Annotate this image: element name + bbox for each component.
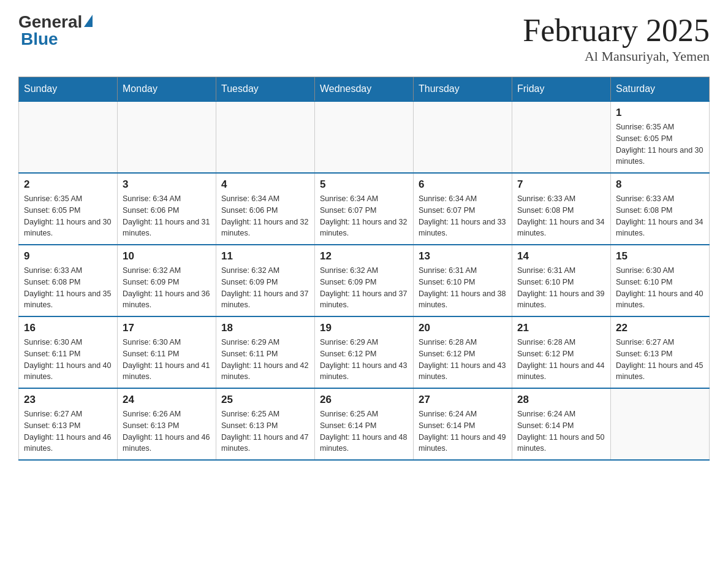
calendar-cell: 18Sunrise: 6:29 AMSunset: 6:11 PMDayligh… [216,316,315,388]
day-info: Sunrise: 6:30 AMSunset: 6:11 PMDaylight:… [123,337,211,383]
calendar-cell: 20Sunrise: 6:28 AMSunset: 6:12 PMDayligh… [414,316,512,388]
day-number: 16 [24,322,112,334]
calendar-cell [414,101,512,173]
calendar-cell: 12Sunrise: 6:32 AMSunset: 6:09 PMDayligh… [315,245,414,316]
day-info: Sunrise: 6:30 AMSunset: 6:11 PMDaylight:… [24,337,112,383]
day-info: Sunrise: 6:29 AMSunset: 6:11 PMDaylight:… [221,337,309,383]
day-info: Sunrise: 6:31 AMSunset: 6:10 PMDaylight:… [517,265,605,311]
day-info: Sunrise: 6:33 AMSunset: 6:08 PMDaylight:… [517,193,605,239]
day-number: 24 [123,394,211,406]
calendar-week-5: 23Sunrise: 6:27 AMSunset: 6:13 PMDayligh… [19,388,710,460]
day-info: Sunrise: 6:25 AMSunset: 6:13 PMDaylight:… [221,408,309,454]
day-number: 15 [616,250,704,262]
calendar-cell: 25Sunrise: 6:25 AMSunset: 6:13 PMDayligh… [216,388,315,460]
calendar-header-monday: Monday [118,77,216,102]
day-number: 27 [419,394,507,406]
day-info: Sunrise: 6:34 AMSunset: 6:07 PMDaylight:… [320,193,408,239]
day-number: 26 [320,394,408,406]
calendar-cell: 19Sunrise: 6:29 AMSunset: 6:12 PMDayligh… [315,316,414,388]
day-number: 18 [221,322,309,334]
calendar-header-friday: Friday [512,77,611,102]
calendar-cell [512,101,611,173]
calendar-cell: 7Sunrise: 6:33 AMSunset: 6:08 PMDaylight… [512,173,611,245]
calendar-header-row: SundayMondayTuesdayWednesdayThursdayFrid… [19,77,710,102]
day-info: Sunrise: 6:33 AMSunset: 6:08 PMDaylight:… [24,265,112,311]
day-info: Sunrise: 6:35 AMSunset: 6:05 PMDaylight:… [616,121,704,167]
day-number: 25 [221,394,309,406]
day-info: Sunrise: 6:28 AMSunset: 6:12 PMDaylight:… [517,337,605,383]
day-info: Sunrise: 6:29 AMSunset: 6:12 PMDaylight:… [320,337,408,383]
day-number: 19 [320,322,408,334]
calendar-header-wednesday: Wednesday [315,77,414,102]
day-number: 20 [419,322,507,334]
day-number: 1 [616,107,704,119]
day-info: Sunrise: 6:27 AMSunset: 6:13 PMDaylight:… [24,408,112,454]
day-number: 12 [320,250,408,262]
calendar-cell: 21Sunrise: 6:28 AMSunset: 6:12 PMDayligh… [512,316,611,388]
calendar-cell: 14Sunrise: 6:31 AMSunset: 6:10 PMDayligh… [512,245,611,316]
calendar-cell: 17Sunrise: 6:30 AMSunset: 6:11 PMDayligh… [118,316,216,388]
day-number: 2 [24,178,112,191]
calendar-cell: 23Sunrise: 6:27 AMSunset: 6:13 PMDayligh… [19,388,118,460]
calendar-cell: 22Sunrise: 6:27 AMSunset: 6:13 PMDayligh… [611,316,710,388]
day-info: Sunrise: 6:31 AMSunset: 6:10 PMDaylight:… [419,265,507,311]
calendar-cell: 8Sunrise: 6:33 AMSunset: 6:08 PMDaylight… [611,173,710,245]
logo-blue-text: Blue [18,29,58,49]
day-number: 10 [123,250,211,262]
day-info: Sunrise: 6:32 AMSunset: 6:09 PMDaylight:… [221,265,309,311]
calendar-cell: 6Sunrise: 6:34 AMSunset: 6:07 PMDaylight… [414,173,512,245]
day-info: Sunrise: 6:35 AMSunset: 6:05 PMDaylight:… [24,193,112,239]
calendar-cell [611,388,710,460]
calendar-week-2: 2Sunrise: 6:35 AMSunset: 6:05 PMDaylight… [19,173,710,245]
day-info: Sunrise: 6:24 AMSunset: 6:14 PMDaylight:… [517,408,605,454]
calendar-cell: 1Sunrise: 6:35 AMSunset: 6:05 PMDaylight… [611,101,710,173]
day-number: 5 [320,178,408,191]
calendar-cell: 27Sunrise: 6:24 AMSunset: 6:14 PMDayligh… [414,388,512,460]
calendar-cell: 28Sunrise: 6:24 AMSunset: 6:14 PMDayligh… [512,388,611,460]
day-number: 13 [419,250,507,262]
calendar-cell: 16Sunrise: 6:30 AMSunset: 6:11 PMDayligh… [19,316,118,388]
calendar-cell: 10Sunrise: 6:32 AMSunset: 6:09 PMDayligh… [118,245,216,316]
day-info: Sunrise: 6:32 AMSunset: 6:09 PMDaylight:… [320,265,408,311]
day-info: Sunrise: 6:25 AMSunset: 6:14 PMDaylight:… [320,408,408,454]
calendar-cell [118,101,216,173]
page-header: General Blue February 2025 Al Mansuriyah… [18,12,710,64]
day-number: 9 [24,250,112,262]
day-number: 21 [517,322,605,334]
month-title: February 2025 [523,12,710,48]
day-number: 8 [616,178,704,191]
calendar-cell: 15Sunrise: 6:30 AMSunset: 6:10 PMDayligh… [611,245,710,316]
calendar-header-thursday: Thursday [414,77,512,102]
day-info: Sunrise: 6:27 AMSunset: 6:13 PMDaylight:… [616,337,704,383]
day-number: 17 [123,322,211,334]
calendar-cell: 26Sunrise: 6:25 AMSunset: 6:14 PMDayligh… [315,388,414,460]
calendar-cell: 11Sunrise: 6:32 AMSunset: 6:09 PMDayligh… [216,245,315,316]
calendar-header-tuesday: Tuesday [216,77,315,102]
day-info: Sunrise: 6:32 AMSunset: 6:09 PMDaylight:… [123,265,211,311]
day-info: Sunrise: 6:28 AMSunset: 6:12 PMDaylight:… [419,337,507,383]
location: Al Mansuriyah, Yemen [523,48,710,64]
day-info: Sunrise: 6:24 AMSunset: 6:14 PMDaylight:… [419,408,507,454]
day-number: 23 [24,394,112,406]
calendar-header-saturday: Saturday [611,77,710,102]
day-number: 22 [616,322,704,334]
day-number: 7 [517,178,605,191]
calendar-header-sunday: Sunday [19,77,118,102]
day-number: 4 [221,178,309,191]
calendar-cell [19,101,118,173]
logo: General Blue [18,12,93,49]
calendar-cell: 3Sunrise: 6:34 AMSunset: 6:06 PMDaylight… [118,173,216,245]
calendar-table: SundayMondayTuesdayWednesdayThursdayFrid… [18,77,710,461]
day-info: Sunrise: 6:34 AMSunset: 6:07 PMDaylight:… [419,193,507,239]
calendar-week-4: 16Sunrise: 6:30 AMSunset: 6:11 PMDayligh… [19,316,710,388]
day-info: Sunrise: 6:33 AMSunset: 6:08 PMDaylight:… [616,193,704,239]
calendar-cell: 4Sunrise: 6:34 AMSunset: 6:06 PMDaylight… [216,173,315,245]
day-info: Sunrise: 6:34 AMSunset: 6:06 PMDaylight:… [221,193,309,239]
calendar-cell: 13Sunrise: 6:31 AMSunset: 6:10 PMDayligh… [414,245,512,316]
day-info: Sunrise: 6:26 AMSunset: 6:13 PMDaylight:… [123,408,211,454]
day-number: 14 [517,250,605,262]
day-info: Sunrise: 6:30 AMSunset: 6:10 PMDaylight:… [616,265,704,311]
title-area: February 2025 Al Mansuriyah, Yemen [523,12,710,64]
day-number: 28 [517,394,605,406]
logo-arrow-icon [84,15,93,27]
